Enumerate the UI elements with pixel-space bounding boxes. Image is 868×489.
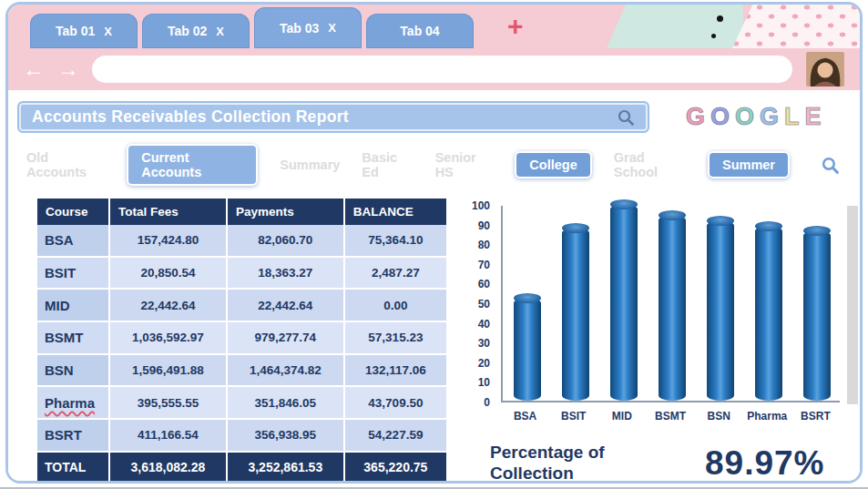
value-cell: 57,315.23 xyxy=(345,322,446,355)
value-cell: 54,227.59 xyxy=(345,420,446,453)
x-axis-label: BSA xyxy=(498,410,553,423)
summary-row: Percentage of Collection 89.97% xyxy=(490,443,860,484)
col-header-course: Course xyxy=(37,199,110,225)
chart-bar xyxy=(659,215,686,401)
tab-close-icon[interactable]: X xyxy=(328,21,336,35)
section-nav: Old AccountsCurrent AccountsSummaryBasic… xyxy=(26,144,840,186)
nav-item-basic-ed[interactable]: Basic Ed xyxy=(362,150,413,179)
url-bar[interactable] xyxy=(92,56,792,83)
browser-navbar: ← → xyxy=(8,48,860,90)
back-button[interactable]: ← xyxy=(23,58,45,80)
chart-bar xyxy=(514,298,541,401)
y-axis-label: 10 xyxy=(454,375,490,390)
chart-column: 0102030405060708090100 BSABSITMIDBSMTBSN… xyxy=(459,199,860,484)
value-cell: 132,117.06 xyxy=(345,355,446,388)
course-label: TOTAL xyxy=(45,460,86,474)
tab-label: Tab 02 xyxy=(168,24,207,38)
course-cell: Pharma xyxy=(37,387,110,420)
nav-item-current-accounts[interactable]: Current Accounts xyxy=(127,144,258,186)
logo-letter: G xyxy=(760,103,780,131)
chart-bar xyxy=(610,204,638,401)
value-cell: 18,363.27 xyxy=(228,258,345,290)
value-cell: 1,036,592.97 xyxy=(110,322,228,355)
value-cell: 3,618,082.28 xyxy=(110,453,228,484)
chart-bar xyxy=(803,230,831,402)
y-axis-label: 50 xyxy=(454,297,490,311)
course-label: BSA xyxy=(45,232,74,248)
tab-label: Tab 03 xyxy=(280,21,319,36)
page-title: Accounts Receivables Collection Report xyxy=(32,107,349,127)
browser-tab[interactable]: Tab 04 xyxy=(366,14,474,48)
tab-close-icon[interactable]: X xyxy=(104,25,112,38)
title-row: Accounts Receivables Collection Report G… xyxy=(17,101,847,133)
chart-bar xyxy=(755,226,782,401)
polka-dot-decoration xyxy=(732,5,860,48)
decorative-dot xyxy=(711,34,716,38)
search-icon[interactable] xyxy=(617,108,635,127)
logo-letter: O xyxy=(710,103,730,131)
nav-item-summer[interactable]: Summer xyxy=(708,151,790,178)
total-label-cell: TOTAL xyxy=(37,453,110,484)
y-axis: 0102030405060708090100 xyxy=(459,206,495,402)
value-cell: 395,555.55 xyxy=(110,387,228,420)
nav-item-college[interactable]: College xyxy=(515,151,591,178)
tab-close-icon[interactable]: X xyxy=(216,25,224,38)
chart-plot xyxy=(501,206,840,402)
value-cell: 356,938.95 xyxy=(228,420,345,453)
browser-tab[interactable]: Tab 03X xyxy=(254,7,362,48)
table-row: MID22,442.6422,442.640.00 xyxy=(37,290,446,322)
logo: GOOGLE xyxy=(686,103,827,131)
nav-item-old-accounts[interactable]: Old Accounts xyxy=(26,150,105,179)
course-label: Pharma xyxy=(45,395,95,411)
logo-letter: E xyxy=(805,103,822,131)
value-cell: 3,252,861.53 xyxy=(228,453,345,484)
value-cell: 365,220.75 xyxy=(345,453,446,484)
summary-value: 89.97% xyxy=(705,444,825,483)
value-cell: 2,487.27 xyxy=(345,258,446,290)
nav-search-icon[interactable] xyxy=(821,156,840,175)
x-axis: BSABSITMIDBSMTBSNPharmaBSRT xyxy=(501,410,840,426)
y-axis-label: 80 xyxy=(454,238,490,252)
value-cell: 411,166.54 xyxy=(110,420,228,453)
course-label: BSIT xyxy=(45,265,76,280)
fees-table: Course Total Fees Payments BALANCE BSA15… xyxy=(37,199,446,484)
nav-item-senior-hs[interactable]: Senior HS xyxy=(435,150,494,179)
new-tab-wrap: + xyxy=(482,5,524,48)
course-cell: BSMT xyxy=(37,322,110,355)
table-row: BSMT1,036,592.97979,277.7457,315.23 xyxy=(37,322,446,355)
value-cell: 351,846.05 xyxy=(228,387,345,420)
forward-button[interactable]: → xyxy=(57,58,79,80)
value-cell: 43,709.50 xyxy=(345,387,446,420)
decorative-dot xyxy=(717,15,723,22)
y-axis-label: 30 xyxy=(454,336,490,351)
nav-item-summary[interactable]: Summary xyxy=(280,158,340,172)
value-cell: 979,277.74 xyxy=(228,322,345,355)
new-tab-button[interactable]: + xyxy=(507,13,524,40)
summary-caption: Percentage of Collection xyxy=(490,443,672,484)
value-cell: 157,424.80 xyxy=(110,225,228,258)
course-label: BSMT xyxy=(45,330,84,345)
table-row: BSN1,596,491.881,464,374.82132,117.06 xyxy=(37,355,446,388)
value-cell: 82,060.70 xyxy=(228,225,345,258)
x-axis-label: BSN xyxy=(691,410,746,423)
value-cell: 75,364.10 xyxy=(345,225,446,258)
col-header-payments: Payments xyxy=(228,199,345,225)
col-header-balance: BALANCE xyxy=(345,199,446,225)
y-axis-label: 100 xyxy=(454,199,490,213)
nav-item-grad-school[interactable]: Grad School xyxy=(614,150,686,179)
course-cell: MID xyxy=(37,290,110,322)
col-header-total-fees: Total Fees xyxy=(110,199,228,225)
profile-avatar[interactable] xyxy=(805,52,845,87)
y-axis-label: 40 xyxy=(454,317,490,331)
tab-label: Tab 01 xyxy=(56,24,95,38)
logo-letter: O xyxy=(735,103,755,131)
chart-side-wall xyxy=(847,206,858,404)
chart-bar xyxy=(562,228,589,401)
browser-tab[interactable]: Tab 02X xyxy=(142,14,250,48)
x-axis-label: BSIT xyxy=(546,410,601,423)
value-cell: 22,442.64 xyxy=(228,290,345,322)
course-cell: BSIT xyxy=(37,258,110,290)
tab-bar: Tab 01XTab 02XTab 03XTab 04 + xyxy=(8,5,860,48)
table-total-row: TOTAL3,618,082.283,252,861.53365,220.75 xyxy=(37,453,446,484)
browser-tab[interactable]: Tab 01X xyxy=(30,14,138,48)
